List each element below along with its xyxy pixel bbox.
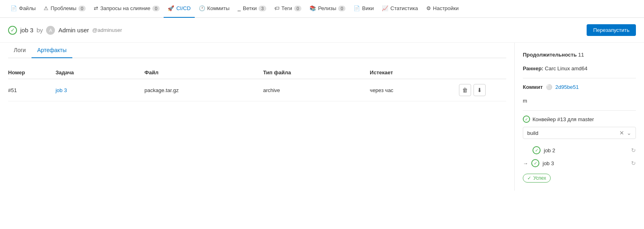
pipeline-header: ✓ Конвейер #13 для master <box>523 116 636 123</box>
col-header-type: Тип файла <box>263 66 370 79</box>
issue-icon: ⚠ <box>44 5 48 11</box>
cell-file: package.tar.gz <box>145 79 263 101</box>
col-header-expires: Истекает <box>370 66 459 79</box>
file-icon: 📄 <box>11 5 17 11</box>
pipeline-status-icon: ✓ <box>523 116 530 123</box>
job-name-label: job 2 <box>544 147 628 153</box>
nav-files[interactable]: 📄 Файлы <box>6 0 40 18</box>
pipeline-stage-label: build <box>527 130 538 136</box>
job-status-icon: ✓ <box>532 146 541 154</box>
nav-stats-label: Статистика <box>390 5 418 11</box>
nav-tags[interactable]: 🏷 Теги 0 <box>270 0 306 18</box>
wiki-icon: 📄 <box>354 5 360 11</box>
issues-badge: 0 <box>78 6 86 11</box>
rocket-icon: 🚀 <box>168 5 174 11</box>
branch-icon: ⎯ <box>238 5 241 11</box>
success-check-icon: ✓ <box>527 175 531 181</box>
job-title-area: ✓ job 3 by A Admin user @adminuser <box>8 26 122 35</box>
duration-row: Продолжительность 11 <box>523 51 636 59</box>
action-btns: 🗑 ⬇ <box>459 84 506 96</box>
artifact-table: Номер Задача Файл Тип файла Истекает #51… <box>8 66 506 101</box>
cell-num: #51 <box>8 79 55 101</box>
task-link[interactable]: job 3 <box>55 87 67 93</box>
nav-merge-label: Запросы на слияние <box>100 5 150 11</box>
restart-button[interactable]: Перезапустить <box>587 24 636 36</box>
download-artifact-button[interactable]: ⬇ <box>474 84 486 96</box>
right-panel: Продолжительность 11 Раннер: Carc Linux … <box>515 43 644 191</box>
pipeline-box-actions: ✕ ⌄ <box>619 130 631 136</box>
settings-icon: ⚙ <box>426 5 431 11</box>
divider-2 <box>523 110 636 111</box>
nav-branches-label: Ветки <box>243 5 257 11</box>
job-list-item: → ✓ job 3 ↻ <box>523 157 636 170</box>
tab-artifacts[interactable]: Артефакты <box>32 43 72 58</box>
job-name-label: job 3 <box>543 160 628 166</box>
username-handle: @adminuser <box>92 27 122 33</box>
runner-value: Carc Linux amd64 <box>545 65 588 71</box>
release-icon: 📚 <box>309 5 316 11</box>
refresh-icon[interactable]: ↻ <box>631 147 636 153</box>
releases-badge: 0 <box>338 6 345 11</box>
current-job-arrow: → <box>523 160 528 166</box>
col-header-actions <box>459 66 506 79</box>
col-header-task: Задача <box>55 66 144 79</box>
user-name: Admin user <box>58 27 89 34</box>
duration-label: Продолжительность <box>523 52 577 58</box>
job-status-icon: ✓ <box>531 159 539 167</box>
nav-merge-requests[interactable]: ⇄ Запросы на слияние 0 <box>90 0 164 18</box>
merge-badge: 0 <box>152 6 160 11</box>
commit-icon-small: ⚪ <box>546 84 552 90</box>
success-badge-label: Успех <box>533 175 546 181</box>
nav-commits[interactable]: 🕐 Коммиты <box>195 0 234 18</box>
cell-task: job 3 <box>55 79 144 101</box>
success-badge: ✓ Успех <box>523 174 551 183</box>
commit-message-row: m <box>523 97 636 105</box>
nav-issues[interactable]: ⚠ Проблемы 0 <box>40 0 90 18</box>
pipeline-stage-box: build ✕ ⌄ <box>523 127 636 139</box>
avatar: A <box>46 26 55 35</box>
nav-cicd[interactable]: 🚀 CI/CD <box>164 0 194 18</box>
chevron-down-icon[interactable]: ⌄ <box>627 130 631 136</box>
refresh-icon[interactable]: ↻ <box>631 160 636 166</box>
duration-value: 11 <box>578 52 584 58</box>
nav-settings[interactable]: ⚙ Настройки <box>422 0 463 18</box>
job-list-item: ✓ job 2 ↻ <box>523 144 636 157</box>
stats-icon: 📈 <box>382 5 388 11</box>
job-list: ✓ job 2 ↻ → ✓ job 3 ↻ <box>523 144 636 170</box>
commit-label: Коммит <box>523 84 543 90</box>
nav-wiki[interactable]: 📄 Вики <box>349 0 378 18</box>
commit-hash-link[interactable]: 2d95be51 <box>556 84 579 90</box>
job-header: ✓ job 3 by A Admin user @adminuser Перез… <box>0 18 644 43</box>
commit-icon: 🕐 <box>199 5 205 11</box>
tag-icon: 🏷 <box>274 5 280 11</box>
nav-stats[interactable]: 📈 Статистика <box>378 0 422 18</box>
commit-message: m <box>523 98 527 104</box>
by-label: by <box>37 27 43 34</box>
nav-settings-label: Настройки <box>433 5 459 11</box>
nav-wiki-label: Вики <box>362 5 374 11</box>
commit-row: Коммит ⚪ 2d95be51 <box>523 83 636 91</box>
col-header-file: Файл <box>145 66 263 79</box>
tags-badge: 0 <box>294 6 301 11</box>
nav-issues-label: Проблемы <box>51 5 76 11</box>
delete-artifact-button[interactable]: 🗑 <box>459 84 471 96</box>
nav-branches[interactable]: ⎯ Ветки 3 <box>234 0 270 18</box>
success-badge-area: ✓ Успех <box>523 170 636 183</box>
nav-files-label: Файлы <box>19 5 36 11</box>
nav-cicd-label: CI/CD <box>176 5 190 11</box>
top-nav: 📄 Файлы ⚠ Проблемы 0 ⇄ Запросы на слияни… <box>0 0 644 18</box>
nav-releases-label: Релизы <box>318 5 336 11</box>
left-panel: Логи Артефакты Номер Задача Файл Тип фай… <box>0 43 515 191</box>
merge-icon: ⇄ <box>94 5 98 11</box>
branches-badge: 3 <box>259 6 266 11</box>
runner-row: Раннер: Carc Linux amd64 <box>523 65 636 73</box>
pipeline-label: Конвейер #13 для master <box>532 116 594 122</box>
tab-logs[interactable]: Логи <box>8 43 32 58</box>
close-icon[interactable]: ✕ <box>619 130 624 136</box>
nav-tags-label: Теги <box>282 5 292 11</box>
cell-expires: через час <box>370 79 459 101</box>
tabs: Логи Артефакты <box>8 43 506 58</box>
cell-type: archive <box>263 79 370 101</box>
col-header-num: Номер <box>8 66 55 79</box>
nav-releases[interactable]: 📚 Релизы 0 <box>305 0 349 18</box>
